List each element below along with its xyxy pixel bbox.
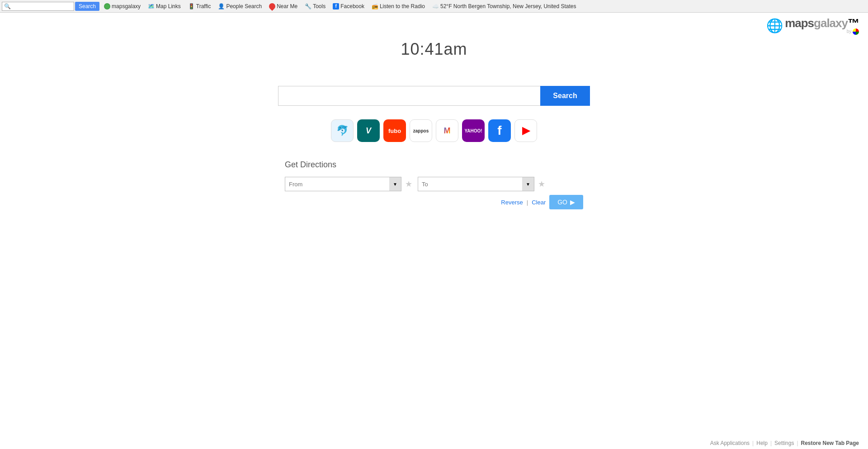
quicklink-zappos[interactable]: zappos xyxy=(410,119,432,142)
ask-applications-link[interactable]: Ask Applications xyxy=(710,440,750,446)
directions-separator: | xyxy=(527,199,528,206)
near-me-icon xyxy=(268,2,277,11)
topbar-search-container: Search xyxy=(2,2,99,11)
main-search-input[interactable] xyxy=(278,86,540,106)
directions-fields: ▼ ★ ▼ ★ xyxy=(285,177,583,191)
go-arrow-icon: ▶ xyxy=(570,199,575,206)
nav-maplinks[interactable]: 🗺️ Map Links xyxy=(145,3,184,9)
zappos-icon: zappos xyxy=(413,128,429,133)
traffic-icon: 🚦 xyxy=(188,3,195,9)
main-search-button[interactable]: Search xyxy=(540,86,590,106)
quicklink-dolphin[interactable]: 🐬 xyxy=(331,119,354,142)
nav-nearme[interactable]: Near Me xyxy=(266,3,300,9)
restore-link[interactable]: Restore New Tab Page xyxy=(801,440,859,446)
footer: Ask Applications | Help | Settings | Res… xyxy=(0,437,868,449)
fubo-icon: fubo xyxy=(388,128,401,134)
nav-nearme-label: Near Me xyxy=(277,3,297,9)
to-input[interactable] xyxy=(418,177,522,191)
tools-icon: 🔧 xyxy=(305,3,311,9)
from-star-icon[interactable]: ★ xyxy=(405,179,412,189)
facebook-icon: f xyxy=(333,3,339,9)
nav-weather[interactable]: ☁️ 52°F North Bergen Township, New Jerse… xyxy=(429,3,579,9)
topbar-search-input[interactable] xyxy=(2,2,74,11)
nav-weather-label: 52°F North Bergen Township, New Jersey, … xyxy=(440,3,576,9)
quicklink-fubo[interactable]: fubo xyxy=(383,119,406,142)
directions-section: Get Directions ▼ ★ ▼ ★ Reverse | Clear G… xyxy=(285,160,583,209)
nav-mapsgalaxy-label: mapsgalaxy xyxy=(112,3,141,9)
nav-tools-label: Tools xyxy=(313,3,326,9)
nav-tools[interactable]: 🔧 Tools xyxy=(302,3,328,9)
gmail-icon: M xyxy=(444,126,451,136)
go-label: GO xyxy=(557,199,567,206)
nav-peoplesearch-label: People Search xyxy=(226,3,262,9)
quicklink-facebook[interactable]: f xyxy=(488,119,511,142)
from-dropdown-button[interactable]: ▼ xyxy=(389,177,401,191)
nav-facebook-label: Facebook xyxy=(340,3,364,9)
from-input-wrapper: ▼ xyxy=(285,177,401,191)
settings-link[interactable]: Settings xyxy=(774,440,794,446)
directions-title: Get Directions xyxy=(285,160,583,170)
footer-sep-1: | xyxy=(752,440,754,446)
topbar-search-button[interactable]: Search xyxy=(75,2,99,11)
weather-icon: ☁️ xyxy=(432,3,439,9)
help-link[interactable]: Help xyxy=(756,440,768,446)
quicklink-yahoo[interactable]: YAHOO! xyxy=(462,119,485,142)
dolphin-icon: 🐬 xyxy=(336,125,349,137)
brand-block: mapsgalaxy™ by xyxy=(785,16,859,35)
nav-facebook[interactable]: f Facebook xyxy=(330,3,367,9)
to-input-wrapper: ▼ xyxy=(418,177,534,191)
directions-actions: Reverse | Clear GO ▶ xyxy=(285,195,583,209)
topbar: Search mapsgalaxy 🗺️ Map Links 🚦 Traffic… xyxy=(0,0,868,13)
maps-galaxy-icon xyxy=(104,3,110,9)
clock-time: 10:41am xyxy=(401,40,467,58)
nav-traffic-label: Traffic xyxy=(196,3,211,9)
from-input[interactable] xyxy=(285,177,389,191)
to-dropdown-button[interactable]: ▼ xyxy=(522,177,534,191)
mw-icon xyxy=(853,28,859,35)
clock-display: 10:41am xyxy=(0,40,868,59)
nav-maplinks-label: Map Links xyxy=(156,3,181,9)
radio-icon: 📻 xyxy=(372,3,378,9)
quicklink-youtube[interactable]: ▶ xyxy=(514,119,537,142)
clear-link[interactable]: Clear xyxy=(532,199,546,206)
to-star-icon[interactable]: ★ xyxy=(538,179,545,189)
go-button[interactable]: GO ▶ xyxy=(549,195,583,209)
footer-sep-3: | xyxy=(797,440,798,446)
reverse-link[interactable]: Reverse xyxy=(501,199,523,206)
quicklink-gmail[interactable]: M xyxy=(436,119,458,142)
nav-radio-label: Listen to the Radio xyxy=(380,3,425,9)
viator-icon: V xyxy=(366,126,371,136)
nav-radio[interactable]: 📻 Listen to the Radio xyxy=(369,3,428,9)
youtube-icon: ▶ xyxy=(522,125,530,137)
people-search-icon: 👤 xyxy=(218,3,225,9)
quick-links-row: 🐬 V fubo zappos M YAHOO! f ▶ xyxy=(0,119,868,142)
map-links-icon: 🗺️ xyxy=(148,3,155,9)
footer-sep-2: | xyxy=(770,440,772,446)
to-field-group: ▼ ★ xyxy=(418,177,545,191)
main-search-area: Search xyxy=(0,86,868,106)
logo-area: 🌐 mapsgalaxy™ by xyxy=(766,16,859,35)
nav-peoplesearch[interactable]: 👤 People Search xyxy=(215,3,264,9)
globe-icon: 🌐 xyxy=(766,18,783,33)
nav-mapsgalaxy[interactable]: mapsgalaxy xyxy=(101,3,143,9)
nav-traffic[interactable]: 🚦 Traffic xyxy=(185,3,214,9)
from-field-group: ▼ ★ xyxy=(285,177,412,191)
facebook-icon-quicklink: f xyxy=(497,123,501,138)
yahoo-icon: YAHOO! xyxy=(464,128,482,133)
quicklink-viator[interactable]: V xyxy=(357,119,380,142)
